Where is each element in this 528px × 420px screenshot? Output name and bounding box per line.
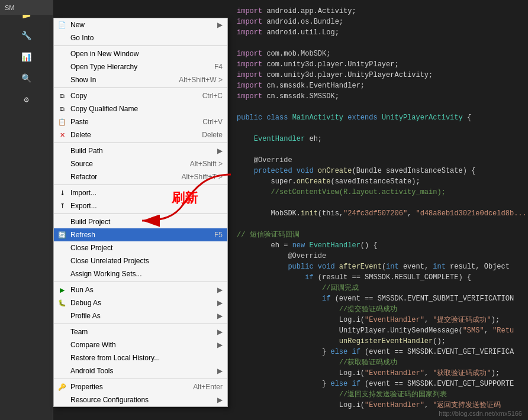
menu-item-copy-qualified[interactable]: ⧉ Copy Qualified Name [54, 102, 227, 115]
menu-item-close-unrelated[interactable]: Close Unrelated Projects [54, 254, 227, 267]
code-line: import com.unity3d.player.UnityPlayerAct… [237, 70, 522, 80]
watermark: http://blog.csdn.net/xmx5166 [439, 410, 522, 417]
code-line: EventHandler eh; [237, 134, 522, 144]
code-line: import android.app.Activity; [237, 6, 522, 17]
menu-item-build-project[interactable]: Build Project [54, 215, 227, 228]
code-line [237, 38, 522, 49]
code-line [237, 198, 522, 208]
code-line: UnityPlayer.UnitySendMessage("SMS", "Ret… [237, 325, 522, 336]
menu-item-close-project[interactable]: Close Project [54, 241, 227, 254]
code-line: public class MainActivity extends UnityP… [237, 112, 522, 123]
code-line: Log.i("EventHandler", "提交验证码成功"); [237, 315, 522, 325]
run-icon: ▶ [57, 285, 67, 295]
code-line: } else if (event == SMSSDK.EVENT_GET_SUP… [237, 379, 522, 389]
menu-item-team[interactable]: Team ▶ [54, 325, 227, 338]
code-line: Log.i("EventHandler", "返回支持发送验证码 [237, 400, 522, 411]
menu-item-open-new-window[interactable]: Open in New Window [54, 47, 227, 60]
paste-icon: 📋 [57, 117, 67, 127]
context-menu: 📄 New ▶ Go Into Open in New Window Open … [53, 18, 228, 407]
menu-item-restore-local[interactable]: Restore from Local History... [54, 351, 227, 364]
sidebar-icon-2[interactable]: 🔧 [17, 26, 36, 45]
new-icon: 📄 [57, 20, 67, 30]
menu-item-open-type-hierarchy[interactable]: Open Type Hierarchy F4 [54, 60, 227, 73]
separator-3 [54, 143, 227, 143]
menu-item-resource-configurations[interactable]: Resource Configurations ▶ [54, 393, 227, 406]
menu-item-compare-with[interactable]: Compare With ▶ [54, 338, 227, 351]
menu-item-go-into[interactable]: Go Into [54, 31, 227, 44]
menu-item-delete[interactable]: ✕ Delete Delete [54, 128, 227, 141]
code-line [237, 144, 522, 155]
separator-4 [54, 185, 227, 185]
menu-item-android-tools[interactable]: Android Tools ▶ [54, 364, 227, 377]
code-line: protected void onCreate(Bundle savedInst… [237, 166, 522, 176]
code-line: //获取验证码成功 [237, 357, 522, 368]
sidebar-icon-5[interactable]: ⚙ [17, 90, 36, 109]
menu-item-debug-as[interactable]: 🐛 Debug As ▶ [54, 296, 227, 309]
separator-1 [54, 46, 227, 46]
code-line: //回调完成 [237, 283, 522, 293]
code-line: @Override [237, 251, 522, 261]
separator-6 [54, 282, 227, 282]
copy-qual-icon: ⧉ [57, 104, 67, 114]
code-line: import android.os.Bundle; [237, 17, 522, 27]
code-line: // 短信验证码回调 [237, 230, 522, 240]
props-icon: 🔑 [57, 382, 67, 392]
code-line: eh = new EventHandler() { [237, 240, 522, 251]
code-line: //setContentView(R.layout.activity_main)… [237, 187, 522, 198]
import-icon: ⤓ [57, 188, 67, 198]
sidebar: SM 📁 🔧 📊 🔍 ⚙ [0, 0, 53, 420]
menu-item-run-as[interactable]: ▶ Run As ▶ [54, 283, 227, 296]
menu-item-refresh[interactable]: 🔄 Refresh F5 [54, 228, 227, 241]
code-line: import com.mob.MobSDK; [237, 49, 522, 59]
menu-item-assign-working-sets[interactable]: Assign Working Sets... [54, 267, 227, 280]
menu-item-properties[interactable]: 🔑 Properties Alt+Enter [54, 380, 227, 393]
code-line [237, 123, 522, 134]
menu-item-import[interactable]: ⤓ Import... [54, 186, 227, 199]
code-line: public void afterEvent(int event, int re… [237, 261, 522, 272]
code-line: @Override [237, 155, 522, 166]
code-line: Log.i("EventHandler", "获取验证码成功"); [237, 368, 522, 379]
sidebar-title: SM [0, 0, 53, 15]
separator-7 [54, 324, 227, 324]
menu-item-show-in[interactable]: Show In Alt+Shift+W > [54, 73, 227, 86]
code-line: import cn.smssdk.EventHandler; [237, 80, 522, 91]
code-line: import cn.smssdk.SMSSDK; [237, 91, 522, 102]
code-line: MobSDK.init(this,"24fc3df507206", "d48a8… [237, 208, 522, 219]
menu-item-refactor[interactable]: Refactor Alt+Shift+T > [54, 170, 227, 183]
menu-item-new[interactable]: 📄 New ▶ [54, 18, 227, 31]
sidebar-sm-label: SM [5, 4, 15, 11]
menu-item-build-path[interactable]: Build Path ▶ [54, 144, 227, 157]
copy-icon: ⧉ [57, 91, 67, 101]
code-line: import com.unity3d.player.UnityPlayer; [237, 59, 522, 70]
menu-item-source[interactable]: Source Alt+Shift > [54, 157, 227, 170]
code-line [237, 102, 522, 112]
export-icon: ⤒ [57, 201, 67, 211]
menu-item-copy[interactable]: ⧉ Copy Ctrl+C [54, 89, 227, 102]
code-line: if (result == SMSSDK.RESULT_COMPLETE) { [237, 272, 522, 283]
delete-icon: ✕ [57, 130, 67, 140]
refresh-icon: 🔄 [57, 230, 67, 240]
code-line: if (event == SMSSDK.EVENT_SUBMIT_VERIFIC… [237, 293, 522, 304]
separator-8 [54, 379, 227, 379]
code-line [237, 219, 522, 230]
debug-icon: 🐛 [57, 298, 67, 308]
menu-item-profile-as[interactable]: Profile As ▶ [54, 309, 227, 322]
code-line: super.onCreate(savedInstanceState); [237, 176, 522, 187]
code-line: //提交验证码成功 [237, 304, 522, 315]
separator-2 [54, 88, 227, 88]
menu-item-export[interactable]: ⤒ Export... [54, 199, 227, 212]
separator-5 [54, 214, 227, 214]
code-line: } else if (event == SMSSDK.EVENT_GET_VER… [237, 347, 522, 357]
code-line: unRegisterEventHandler(); [237, 336, 522, 347]
code-line: import android.util.Log; [237, 27, 522, 38]
code-line: //返回支持发送验证码的国家列表 [237, 389, 522, 400]
sidebar-icon-4[interactable]: 🔍 [17, 69, 36, 88]
menu-item-paste[interactable]: 📋 Paste Ctrl+V [54, 115, 227, 128]
sidebar-icon-3[interactable]: 📊 [17, 47, 36, 66]
